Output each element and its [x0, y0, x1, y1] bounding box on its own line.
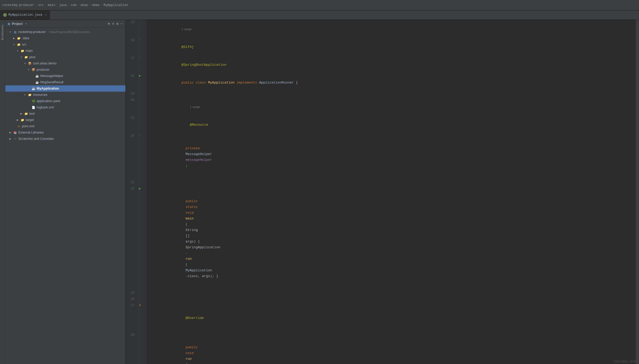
- table-row: 22 ↑ private MessageHelper messageHelper…: [126, 134, 636, 180]
- tree-item-target[interactable]: ▶ 📁 target: [5, 117, 125, 123]
- maven-icon: m: [17, 124, 21, 128]
- table-row: 21 @Resource: [126, 116, 636, 134]
- table-row: 24 ▶ public static void main: [126, 186, 636, 291]
- code-table: 15 1 usage 16 ↑: [126, 20, 636, 364]
- resources-folder-icon: 📁: [28, 93, 32, 97]
- main-folder-icon: 📁: [20, 49, 25, 53]
- hide-sidebar-button[interactable]: −: [121, 22, 123, 26]
- tree-item-logback-xml[interactable]: ▶ 📄 logback.xml: [5, 104, 125, 111]
- tree-item-resources[interactable]: ▾ 📁 resources: [5, 92, 125, 98]
- breadcrumb-bar: rocketmq-producer / src / main / java / …: [0, 0, 639, 10]
- yaml-icon: 🌿: [31, 99, 36, 103]
- sidebar-header: ▦ Project ▾ ⊕ ≡ ⚙ −: [5, 20, 125, 28]
- table-row: 27 ⬆ @Override: [126, 303, 636, 333]
- scratches-icon: ✏: [13, 137, 17, 141]
- tree-item-main[interactable]: ▾ 📁 main: [5, 48, 125, 54]
- table-row: 17 ↑ @SpringBootApplication: [126, 56, 636, 74]
- java-icon-msgsendresult: ☕: [35, 80, 39, 84]
- sidebar-toolbar: ⊕ ≡ ⚙ −: [108, 21, 123, 26]
- xml-icon-logback: 📄: [31, 105, 36, 109]
- tree-arrow-package[interactable]: ▾: [23, 62, 27, 65]
- table-row: 19: [126, 91, 636, 98]
- package-icon: 📦: [28, 61, 32, 65]
- collapse-all-button[interactable]: ≡: [112, 22, 114, 26]
- tree-item-rocketmq-producer[interactable]: ▾ ▦ rocketmq-producer ~/IdeaProjects/测试项…: [5, 29, 125, 35]
- watermark: CSDN @QQ_AHAO: [613, 360, 637, 363]
- java-folder-icon: 📁: [24, 55, 28, 59]
- java-main-icon: ☕: [31, 86, 36, 91]
- editor-area: 15 1 usage 16 ↑: [126, 20, 636, 364]
- breadcrumb: rocketmq-producer / src / main / java / …: [2, 3, 128, 7]
- java-icon-messagehelper: ☕: [35, 74, 39, 78]
- tree-arrow-src[interactable]: ▾: [12, 43, 16, 46]
- tree-item-test[interactable]: ▶ 📁 test: [5, 111, 125, 117]
- tree-arrow-scratches[interactable]: ▶: [8, 137, 12, 141]
- sidebar-title: Project: [12, 22, 23, 26]
- scratches-label: Scratches and Consoles: [18, 137, 54, 141]
- tree-item-package[interactable]: ▾ 📦 com.ahao.demo: [5, 60, 125, 67]
- table-row: 18 ▶ public class MyApplication implemen…: [126, 74, 636, 91]
- folder-icon: 📁: [17, 36, 21, 40]
- library-icon: 📚: [13, 130, 17, 135]
- tab-bar: MyApplication.java ✕: [0, 10, 639, 20]
- table-row: 20 1 usage: [126, 98, 636, 116]
- tree-item-java[interactable]: ▾ 📁 java: [5, 54, 125, 60]
- tree-arrow-producer[interactable]: ▾: [27, 68, 30, 71]
- tree-arrow-main[interactable]: ▾: [16, 49, 19, 53]
- bookmarks-bar: Bookmarks: [0, 20, 5, 364]
- tree-arrow-idea[interactable]: ▶: [12, 36, 16, 40]
- tree-item-messagehelper[interactable]: ▶ ☕ MessageHelper: [5, 73, 125, 79]
- gutter-impl-icon: ↑: [139, 56, 141, 59]
- target-folder-icon: 📁: [20, 118, 25, 122]
- table-row: 28 public void run ( ApplicationArgument…: [126, 333, 636, 364]
- project-tree: ▾ ▦ rocketmq-producer ~/IdeaProjects/测试项…: [5, 28, 125, 364]
- sidebar-dropdown-arrow[interactable]: ▾: [25, 22, 27, 25]
- test-folder-icon: 📁: [24, 112, 28, 116]
- tree-item-myapplication[interactable]: ▶ ☕ MyApplication: [5, 85, 125, 92]
- tree-item-src[interactable]: ▾ 📁 src: [5, 41, 125, 48]
- module-icon: ▦: [8, 22, 10, 26]
- table-row: 26: [126, 297, 636, 303]
- tree-arrow-java[interactable]: ▾: [19, 55, 23, 59]
- tree-arrow-resources[interactable]: ▾: [23, 93, 27, 97]
- table-row: 15 1 usage: [126, 20, 636, 38]
- settings-button[interactable]: ⚙: [116, 21, 118, 26]
- locate-file-button[interactable]: ⊕: [108, 21, 110, 26]
- tree-item-producer[interactable]: ▾ 📦 producer: [5, 67, 125, 73]
- tree-item-idea[interactable]: ▶ 📁 .idea: [5, 35, 125, 41]
- gutter-run-icon: ▶: [139, 187, 141, 191]
- tab-label: MyApplication.java: [8, 13, 42, 17]
- bookmarks-label: Bookmarks: [1, 25, 4, 40]
- tree-arrow-ext-lib[interactable]: ▶: [8, 131, 12, 134]
- table-row: 25: [126, 291, 636, 297]
- tree-item-msgsendresult[interactable]: ▶ ☕ MsgSendResult: [5, 79, 125, 85]
- tree-item-application-yaml[interactable]: ▶ 🌿 application.yaml: [5, 98, 125, 104]
- tree-item-scratches[interactable]: ▶ ✏ Scratches and Consoles: [5, 136, 125, 142]
- tab-close-button[interactable]: ✕: [45, 13, 47, 16]
- tab-myapplication[interactable]: MyApplication.java ✕: [0, 10, 50, 20]
- editor-content[interactable]: 15 1 usage 16 ↑: [126, 20, 636, 364]
- src-folder-icon: 📁: [17, 42, 21, 47]
- tree-arrow-root[interactable]: ▾: [8, 30, 12, 34]
- project-sidebar: ▦ Project ▾ ⊕ ≡ ⚙ − ▾ ▦ rocketmq-produce…: [5, 20, 126, 364]
- tree-item-pom-xml[interactable]: ▶ m pom.xml: [5, 123, 125, 129]
- gutter-impl-icon: ↑: [139, 38, 141, 42]
- producer-package-icon: 📦: [31, 68, 36, 72]
- table-row: 16 ↑ @Slf4j: [126, 38, 636, 56]
- gutter-run-icon: ▶: [139, 74, 141, 78]
- gutter-impl-icon: ↑: [139, 134, 141, 137]
- gutter-override-icon: ⬆: [139, 304, 141, 307]
- module-icon: ▦: [13, 30, 17, 34]
- right-gutter: [636, 20, 639, 364]
- tree-arrow-test[interactable]: ▶: [19, 112, 23, 115]
- tree-item-external-libraries[interactable]: ▶ 📚 External Libraries: [5, 129, 125, 136]
- tree-arrow-target[interactable]: ▶: [16, 118, 19, 122]
- table-row: 23: [126, 180, 636, 186]
- java-file-icon: [3, 13, 7, 17]
